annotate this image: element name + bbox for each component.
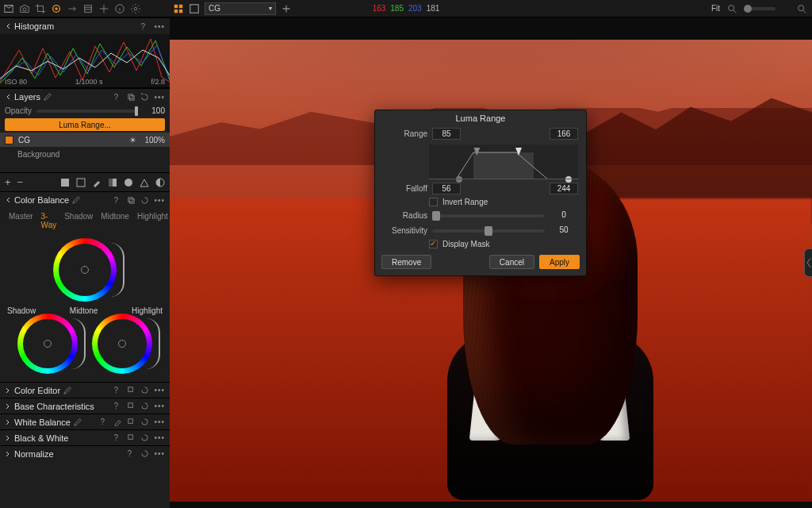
range-high-input[interactable]: 166	[550, 128, 578, 140]
display-mask-checkbox[interactable]	[429, 240, 438, 248]
invert-range-checkbox[interactable]	[429, 198, 438, 206]
fit-label[interactable]: Fit	[711, 4, 720, 13]
base-characteristics-panel-header[interactable]: Base Characteristics ?•••	[0, 398, 170, 414]
camera-icon[interactable]	[19, 3, 30, 14]
quick-icon[interactable]	[98, 3, 109, 14]
background-layer[interactable]: Background	[0, 147, 170, 161]
falloff-handle-low[interactable]	[456, 176, 462, 183]
layer-row[interactable]: CG ☀ 100%	[0, 133, 170, 147]
gear-icon[interactable]	[130, 3, 141, 14]
svg-rect-21	[130, 198, 135, 203]
reset-icon[interactable]	[140, 93, 149, 102]
more-icon[interactable]: •••	[154, 418, 165, 426]
pencil-icon[interactable]	[63, 387, 71, 394]
reset-icon[interactable]	[140, 449, 149, 458]
tab-shadow[interactable]: Shadow	[60, 210, 97, 231]
opacity-label: Opacity	[5, 106, 32, 115]
help-icon[interactable]: ?	[113, 93, 122, 102]
radius-slider[interactable]	[432, 214, 545, 217]
color-editor-panel-header[interactable]: Color Editor ?•••	[0, 382, 170, 398]
svg-rect-8	[179, 9, 182, 12]
variant-selector[interactable]: CG ▾	[205, 2, 276, 15]
pencil-icon[interactable]	[44, 93, 52, 101]
panel-toggle-handle[interactable]	[804, 248, 812, 277]
help-icon[interactable]: ?	[100, 418, 109, 426]
search-icon[interactable]	[796, 3, 807, 14]
more-icon[interactable]: •••	[154, 196, 165, 205]
normalize-panel-header[interactable]: Normalize ?•••	[0, 445, 170, 461]
pencil-icon[interactable]	[72, 196, 80, 204]
tab-highlight[interactable]: Highlight	[133, 210, 170, 231]
metadata-icon[interactable]	[82, 3, 94, 14]
crop-icon[interactable]	[35, 3, 46, 14]
invert-range-label: Invert Range	[442, 198, 488, 206]
export-icon[interactable]	[67, 3, 78, 14]
add-variant-icon[interactable]	[281, 3, 292, 14]
more-icon[interactable]: •••	[154, 402, 165, 410]
copy-icon[interactable]	[127, 402, 136, 410]
copy-icon[interactable]	[127, 433, 136, 442]
gradient-icon[interactable]	[108, 178, 117, 187]
apply-button[interactable]: Apply	[539, 255, 580, 269]
zoom-icon[interactable]	[726, 3, 737, 14]
reset-icon[interactable]	[140, 386, 149, 394]
more-icon[interactable]: •••	[154, 386, 165, 394]
falloff-low-input[interactable]: 56	[432, 183, 461, 194]
cancel-button[interactable]: Cancel	[489, 255, 534, 269]
shadow-wheel[interactable]	[17, 314, 78, 374]
layer-visible-checkbox[interactable]	[5, 136, 13, 144]
luma-range-button[interactable]: Luma Range...	[5, 118, 165, 131]
single-view-icon[interactable]	[189, 3, 200, 14]
help-icon[interactable]: ?	[113, 386, 122, 394]
remove-layer-button[interactable]: −	[17, 176, 24, 188]
more-icon[interactable]: •••	[154, 433, 165, 442]
help-icon[interactable]: ?	[113, 196, 122, 205]
add-layer-button[interactable]: +	[5, 176, 11, 188]
help-icon[interactable]: ?	[140, 22, 149, 31]
brush-icon[interactable]	[92, 178, 102, 187]
mask-erase-icon[interactable]	[76, 178, 86, 187]
adjust-icon[interactable]	[51, 3, 62, 14]
range-low-input[interactable]: 85	[432, 128, 461, 140]
black-white-panel-header[interactable]: Black & White ?•••	[0, 429, 170, 445]
picker-icon[interactable]	[113, 418, 122, 426]
color-balance-panel-header[interactable]: Color Balance ? •••	[0, 192, 170, 208]
mask-fill-icon[interactable]	[60, 178, 70, 187]
sensitivity-slider[interactable]	[432, 229, 545, 233]
midtone-wheel[interactable]	[53, 238, 117, 302]
reset-icon[interactable]	[140, 196, 149, 205]
highlight-wheel[interactable]	[92, 314, 152, 374]
histogram-panel-header[interactable]: Histogram ?•••	[0, 18, 170, 34]
copy-icon[interactable]	[127, 196, 136, 205]
help-icon[interactable]: ?	[113, 433, 122, 442]
library-icon[interactable]	[3, 3, 14, 14]
luma-icon[interactable]	[140, 178, 149, 187]
copy-icon[interactable]	[127, 418, 136, 426]
more-icon[interactable]: •••	[154, 93, 165, 102]
copy-icon[interactable]	[127, 93, 136, 102]
invert-icon[interactable]	[155, 178, 165, 187]
more-icon[interactable]: •••	[154, 22, 165, 31]
tab-3way[interactable]: 3-Way	[37, 210, 61, 231]
reset-icon[interactable]	[140, 402, 149, 410]
more-icon[interactable]: •••	[154, 449, 165, 458]
grid-view-icon[interactable]	[173, 3, 184, 14]
layers-panel-header[interactable]: Layers ? •••	[0, 89, 170, 105]
falloff-high-input[interactable]: 244	[550, 183, 578, 194]
luma-range-graph[interactable]	[429, 144, 578, 179]
copy-icon[interactable]	[127, 386, 136, 394]
pencil-icon[interactable]	[74, 418, 82, 426]
tab-midtone[interactable]: Midtone	[97, 210, 133, 231]
opacity-slider[interactable]	[36, 110, 138, 113]
info-icon[interactable]	[114, 3, 125, 14]
exposure-slider[interactable]	[744, 7, 776, 10]
radial-icon[interactable]	[124, 178, 133, 187]
help-icon[interactable]: ?	[127, 449, 136, 458]
tab-master[interactable]: Master	[5, 210, 37, 231]
reset-icon[interactable]	[140, 418, 149, 426]
remove-button[interactable]: Remove	[381, 255, 431, 269]
reset-icon[interactable]	[140, 433, 149, 442]
white-balance-panel-header[interactable]: White Balance ?•••	[0, 414, 170, 429]
image-viewer[interactable]: Luma Range Range 85 166	[170, 17, 812, 508]
help-icon[interactable]: ?	[113, 402, 122, 410]
